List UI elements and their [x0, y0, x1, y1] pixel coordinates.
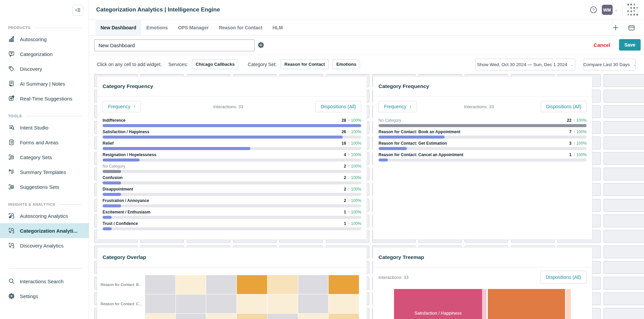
search-icon	[8, 278, 15, 285]
grid-cell[interactable]	[604, 199, 644, 212]
grid-cell[interactable]	[604, 105, 644, 118]
tab-reason-for-contact[interactable]: Reason for Contact	[214, 20, 268, 35]
frequency-row: Excitement / Enthusiasm1↑ 100%	[103, 210, 361, 221]
grid-cell[interactable]	[604, 292, 644, 305]
sidebar-collapse-button[interactable]	[73, 5, 83, 16]
grid-cell[interactable]	[604, 277, 644, 290]
cancel-button[interactable]: Cancel	[594, 42, 610, 48]
tab-emotions[interactable]: Emotions	[141, 20, 173, 35]
frequency-bar-fill	[103, 170, 121, 173]
filters-row: Click on any cell to add widget. Service…	[89, 55, 644, 74]
overlap-cell[interactable]	[237, 294, 267, 313]
grid-cell[interactable]	[604, 90, 644, 103]
dispositions-button[interactable]: Dispositions (All)	[541, 101, 587, 112]
sidebar-item-autoscoring-analytics[interactable]: Autoscoring Analytics	[0, 208, 89, 223]
services-label: Services:	[168, 62, 188, 67]
sidebar-item-suggestions-sets[interactable]: Suggestions Sets	[0, 179, 89, 194]
overlap-cell[interactable]	[329, 294, 359, 313]
sidebar-item-discovery[interactable]: Discovery	[0, 61, 89, 76]
overlap-cell[interactable]	[176, 275, 206, 294]
frequency-row-value: 2	[344, 198, 346, 203]
overlap-cell[interactable]	[176, 314, 206, 319]
sort-frequency-button[interactable]: Frequency↑	[103, 101, 141, 112]
sidebar-item-ai-summary-notes[interactable]: AI Summary | Notes	[0, 76, 89, 91]
grid-cell[interactable]	[604, 214, 644, 227]
help-button[interactable]: ?	[590, 6, 597, 13]
sidebar-item-real-time-suggestions[interactable]: Real-Time Suggestions	[0, 91, 89, 106]
frequency-row-value: 2	[344, 175, 346, 180]
grid-cell[interactable]	[604, 308, 644, 319]
grid-cell[interactable]	[604, 137, 644, 149]
treemap-gap	[482, 289, 486, 319]
frequency-row: Resignation / Hopelessness4↑ 100%	[103, 152, 361, 164]
grid-cell[interactable]	[604, 183, 644, 196]
treemap-block[interactable]: Indifference	[488, 289, 565, 319]
sidebar-item-discovery-analytics[interactable]: Discovery Analytics	[0, 238, 89, 253]
grid-cell[interactable]	[604, 152, 644, 165]
dispositions-button[interactable]: Dispositions (All)	[540, 271, 587, 284]
frequency-row-value: 2	[344, 164, 346, 169]
date-range-dropdown[interactable]: Show Wed, Oct 30 2024 — Sun, Dec 1 2024 …	[475, 59, 575, 70]
overlap-cell[interactable]	[329, 314, 359, 319]
grid-cell[interactable]	[604, 121, 644, 134]
grid-cell[interactable]	[604, 245, 644, 258]
service-chip[interactable]: Chicago Callbacks	[192, 59, 239, 69]
chevron-down-icon[interactable]: ⌄	[615, 8, 618, 12]
overlap-cell[interactable]	[268, 314, 298, 319]
frequency-row-label: Reason for Contact: Get Estimation	[379, 141, 447, 146]
compare-dropdown[interactable]: Compare Last 30 Days ⌄	[584, 59, 636, 70]
overlap-cell[interactable]	[268, 294, 298, 313]
category-set-chip[interactable]: Emotions	[333, 59, 360, 69]
overlap-cell[interactable]	[268, 275, 298, 294]
overlap-cell[interactable]	[145, 294, 175, 313]
sidebar-item-categorization[interactable]: Categorization	[0, 47, 89, 61]
sort-frequency-button[interactable]: Frequency↑	[379, 101, 417, 112]
tab-ops-manager[interactable]: OPS Manager	[173, 20, 214, 35]
add-dashboard-button[interactable]	[612, 24, 619, 31]
sidebar-section-label: TOOLS	[8, 114, 89, 118]
sidebar-item-autoscoring[interactable]: Autoscoring	[0, 32, 89, 47]
sidebar-item-intent-studio[interactable]: Intent Studio	[0, 120, 89, 135]
overlap-cell[interactable]	[298, 294, 329, 313]
sidebar-item-category-sets[interactable]: Category Sets	[0, 150, 89, 165]
treemap-block[interactable]: Satisfaction / Happiness	[394, 289, 482, 319]
frequency-row-label: Indifference	[103, 118, 125, 123]
sidebar-item-forms-and-areas[interactable]: Forms and Areas	[0, 135, 89, 150]
grid-cell[interactable]	[604, 230, 644, 243]
frequency-row-label: Reason for Contact: Cancel an Appointmen…	[379, 152, 464, 157]
overlap-cell[interactable]	[237, 314, 267, 319]
overlap-cell[interactable]	[206, 275, 236, 294]
dashboards-panel-icon[interactable]	[628, 24, 635, 31]
sidebar-item-categorization-analyti[interactable]: Categorization Analyti...	[0, 223, 89, 238]
sidebar-item-settings[interactable]: Settings	[0, 289, 89, 303]
overlap-cell[interactable]	[298, 275, 329, 294]
grid-cell[interactable]	[604, 261, 644, 274]
overlap-cell[interactable]	[206, 314, 236, 319]
frequency-bar-fill	[103, 181, 121, 184]
collapse-sidebar-icon	[75, 7, 81, 13]
overlap-cell[interactable]	[206, 294, 236, 313]
tab-new-dashboard[interactable]: New Dashboard	[95, 20, 141, 35]
sidebar: PRODUCTSAutoscoringCategorizationDiscove…	[0, 0, 89, 319]
dispositions-button[interactable]: Dispositions (All)	[315, 101, 361, 112]
frequency-row-value: 28	[342, 118, 346, 123]
sidebar-section-gap	[0, 194, 89, 202]
dashboard-settings-gear-icon[interactable]	[257, 41, 264, 49]
save-button[interactable]: Save	[619, 39, 641, 51]
sidebar-item-interactions-search[interactable]: Interactions Search	[0, 274, 89, 289]
overlap-cell[interactable]	[145, 275, 175, 294]
overlap-cell[interactable]	[237, 275, 267, 294]
grid-cell[interactable]	[604, 168, 644, 180]
overlap-cell[interactable]	[176, 294, 206, 313]
overlap-cell[interactable]	[145, 314, 175, 319]
category-set-chip[interactable]: Reason for Contact	[281, 59, 329, 69]
grid-cell[interactable]	[604, 74, 644, 87]
sidebar-item-summary-templates[interactable]: Summary Templates	[0, 165, 89, 179]
avatar[interactable]: WM	[602, 5, 613, 15]
overlap-cell[interactable]	[329, 275, 359, 294]
sidebar-item-label: Category Sets	[20, 154, 52, 160]
dashboard-name-input[interactable]	[94, 39, 255, 51]
widget-category-treemap: Category Treemap Interactions: 33 Dispos…	[373, 247, 592, 319]
tab-hlm[interactable]: HLM	[268, 20, 288, 35]
overlap-cell[interactable]	[298, 314, 329, 319]
